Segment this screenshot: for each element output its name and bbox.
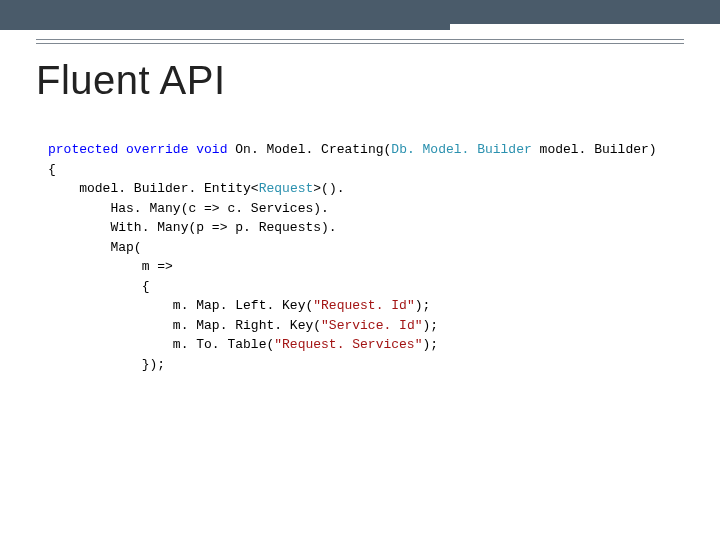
keyword: override [126, 142, 188, 157]
code-text: model. Builder. Entity [79, 181, 251, 196]
header-bar [0, 0, 720, 30]
method-name: On. Model. Creating [235, 142, 383, 157]
param-name: model. Builder [540, 142, 649, 157]
code-text: m. To. Table( [173, 337, 274, 352]
slide: Fluent API protected override void On. M… [0, 0, 720, 540]
code-text: ); [415, 298, 431, 313]
type-name: Request [259, 181, 314, 196]
code-block: protected override void On. Model. Creat… [48, 140, 672, 374]
keyword: void [196, 142, 227, 157]
code-text: ); [422, 337, 438, 352]
code-text: (). [321, 181, 344, 196]
slide-title: Fluent API [36, 58, 226, 103]
code-text: m => [142, 259, 173, 274]
code-text: }); [142, 357, 165, 372]
type-name: Db. Model. Builder [391, 142, 531, 157]
code-text: m. Map. Right. Key( [173, 318, 321, 333]
string-literal: "Request. Id" [313, 298, 414, 313]
code-text: With. Many(p => p. Requests). [110, 220, 336, 235]
code-text: m. Map. Left. Key( [173, 298, 313, 313]
code-text: Map( [110, 240, 141, 255]
divider-line [36, 39, 684, 40]
string-literal: "Request. Services" [274, 337, 422, 352]
code-text: ); [422, 318, 438, 333]
string-literal: "Service. Id" [321, 318, 422, 333]
keyword: protected [48, 142, 118, 157]
divider-line [36, 43, 684, 44]
code-text: Has. Many(c => c. Services). [110, 201, 328, 216]
code-text: { [142, 279, 150, 294]
